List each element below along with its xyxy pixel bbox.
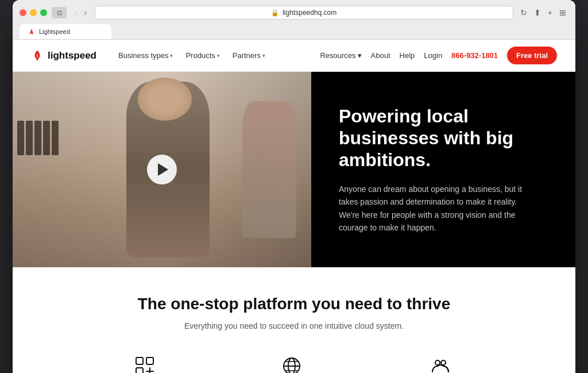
traffic-lights (20, 9, 47, 16)
nav-links: Business types ▾ Products ▾ Partners ▾ (113, 48, 271, 63)
nav-link-resources[interactable]: Resources ▾ (320, 51, 361, 60)
minimize-button[interactable] (30, 9, 37, 16)
person-bg (242, 101, 296, 238)
svg-point-8 (435, 360, 440, 365)
hero-title: Powering local businesses with big ambit… (339, 105, 548, 171)
chevron-down-icon: ▾ (170, 53, 173, 59)
refresh-button[interactable]: ↻ (518, 7, 529, 18)
platform-section: The one-stop platform you need to thrive… (13, 267, 575, 373)
close-button[interactable] (20, 9, 26, 16)
svg-rect-1 (146, 357, 153, 364)
feature-scale: Scale and grow your business (234, 353, 349, 373)
forward-button[interactable]: › (81, 6, 90, 19)
share-button[interactable]: ⬆ (532, 7, 543, 18)
window-tab-icon[interactable]: ⊡ (52, 7, 67, 18)
navbar: lightspeed Business types ▾ Products ▾ P… (13, 40, 575, 72)
browser-tab[interactable]: Lightspeed (20, 24, 111, 39)
nav-link-products[interactable]: Products ▾ (180, 48, 225, 63)
phone-number[interactable]: 866-932-1801 (451, 51, 498, 60)
nav-link-business-types[interactable]: Business types ▾ (113, 48, 179, 63)
feature-customer: Provide exceptional customer (384, 353, 498, 373)
lock-icon: 🔒 (271, 9, 279, 17)
chevron-down-icon: ▾ (358, 51, 362, 60)
browser-chrome: ⊡ ‹ › 🔒 lightspeedhq.com ↻ ⬆ + ⊞ Lights (13, 0, 575, 40)
free-trial-button[interactable]: Free trial (507, 47, 557, 64)
chevron-down-icon: ▾ (262, 53, 265, 59)
nav-right: Resources ▾ About Help Login 866-932-180… (320, 47, 557, 64)
grid-icon (132, 353, 157, 373)
platform-title: The one-stop platform you need to thrive (36, 295, 552, 313)
logo-icon (31, 49, 44, 62)
people-icon (428, 353, 453, 373)
play-button[interactable] (147, 155, 177, 184)
hero-description: Anyone can dream about opening a busines… (339, 183, 534, 234)
play-icon (158, 163, 168, 176)
new-tab-button[interactable]: + (546, 7, 555, 18)
url-text: lightspeedhq.com (283, 9, 336, 17)
feature-simplify: Simplify complex operations (90, 353, 200, 373)
platform-subtitle: Everything you need to succeed in one in… (36, 321, 552, 330)
logo-text: lightspeed (48, 50, 96, 61)
tab-title: Lightspeed (39, 28, 70, 35)
address-bar[interactable]: 🔒 lightspeedhq.com (95, 6, 513, 20)
globe-icon (279, 353, 304, 373)
browser-window: ⊡ ‹ › 🔒 lightspeedhq.com ↻ ⬆ + ⊞ Lights (13, 0, 575, 373)
nav-link-login[interactable]: Login (424, 51, 442, 60)
nav-left: lightspeed Business types ▾ Products ▾ P… (31, 48, 271, 63)
hero-image (13, 72, 311, 267)
svg-rect-2 (136, 368, 143, 373)
back-button[interactable]: ‹ (71, 6, 80, 19)
logo[interactable]: lightspeed (31, 49, 96, 62)
maximize-button[interactable] (40, 9, 47, 16)
grid-button[interactable]: ⊞ (557, 7, 568, 18)
features-grid: Simplify complex operations Scale and g (36, 353, 552, 373)
hero-section: Powering local businesses with big ambit… (13, 72, 575, 267)
chevron-down-icon: ▾ (217, 53, 220, 59)
hero-content: Powering local businesses with big ambit… (311, 72, 575, 267)
website-content: lightspeed Business types ▾ Products ▾ P… (13, 40, 575, 373)
nav-link-help[interactable]: Help (400, 51, 415, 60)
nav-link-partners[interactable]: Partners ▾ (227, 48, 271, 63)
person-head (138, 78, 192, 121)
svg-rect-0 (136, 357, 143, 364)
nav-link-about[interactable]: About (371, 51, 390, 60)
svg-point-9 (441, 360, 446, 365)
